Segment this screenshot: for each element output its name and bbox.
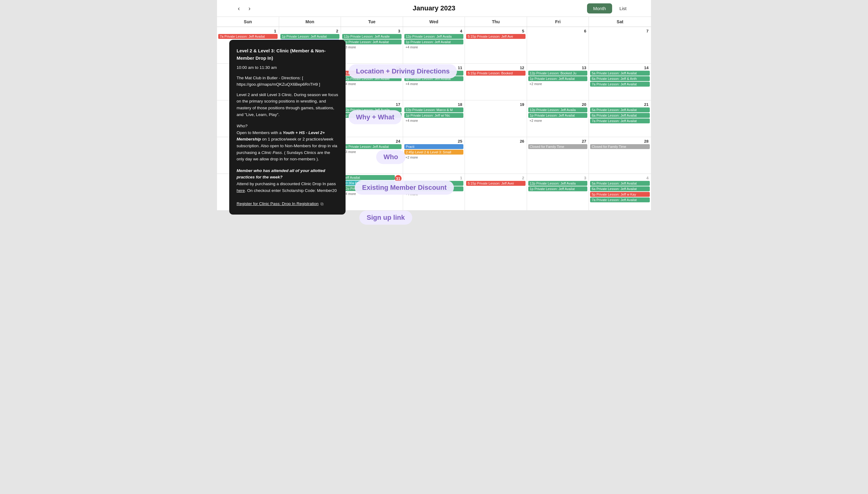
prev-month-button[interactable]: ‹ xyxy=(235,4,243,13)
cell-number-w2-d6: 21 xyxy=(590,101,650,108)
event-w1-d3-1[interactable]: 1p Private Lesson: Jeff Availat xyxy=(404,76,464,81)
event-w1-d6-0[interactable]: 5a Private Lesson: Jeff Availat xyxy=(590,71,650,76)
event-w3-d3-1[interactable]: 2:45p Level 2 & Level 3: Small xyxy=(404,150,464,155)
event-w0-d1-0[interactable]: 1p Private Lesson: Jeff Availat xyxy=(281,34,340,39)
cell-w3-d5[interactable]: 27Closed for Family Time xyxy=(527,137,589,174)
cell-w2-d4[interactable]: 19 xyxy=(465,100,527,137)
cell-number-w1-d3: 11 xyxy=(404,65,464,71)
event-w2-d6-2[interactable]: 7a Private Lesson: Jeff Availat xyxy=(590,118,650,124)
event-w1-d6-1[interactable]: 6a Private Lesson: Jeff & Anth xyxy=(590,76,650,81)
more-link-w4-d2[interactable]: +4 more xyxy=(342,192,402,196)
cell-number-w3-d5: 27 xyxy=(528,138,587,144)
event-w4-d4-0[interactable]: 5:15p Private Lesson: Jeff Avei xyxy=(466,181,525,186)
event-w2-d3-0[interactable]: 12p Private Lesson: Marco & M xyxy=(404,108,464,112)
cell-number-w1-d5: 13 xyxy=(528,65,587,71)
popup-register-link[interactable]: Register for Clinic Pass: Drop In Regist… xyxy=(236,201,319,207)
nav-arrows: ‹ › xyxy=(235,4,253,13)
more-link-w0-d3[interactable]: +4 more xyxy=(404,45,464,49)
next-month-button[interactable]: › xyxy=(246,4,253,13)
event-w2-d6-1[interactable]: 6a Private Lesson: Jeff Availat xyxy=(590,113,650,118)
popup-location: The Mat Club in Butler - Directions: [ h… xyxy=(236,75,338,88)
month-view-button[interactable]: Month xyxy=(587,3,612,14)
event-w2-d3-1[interactable]: 1p Private Lesson: Jeff w/ Nic xyxy=(404,113,464,118)
annotation-signup: Sign up link xyxy=(359,211,412,225)
event-w0-d2-1[interactable]: 1p Private Lesson: Jeff Availat xyxy=(342,39,402,44)
cell-w3-d6[interactable]: 28Closed for Family Time xyxy=(589,137,651,174)
cell-number-w1-d6: 14 xyxy=(590,65,650,71)
cell-w0-d2[interactable]: 312p Private Lesson: Jeff Availe1p Priva… xyxy=(341,27,403,64)
day-wed: Wed xyxy=(403,17,465,26)
event-w4-d5-1[interactable]: 1p Private Lesson: Jeff Availat xyxy=(528,186,587,191)
event-w4-d6-0[interactable]: 5a Private Lesson: Jeff Availat xyxy=(590,181,650,186)
cell-w0-d6[interactable]: 7 xyxy=(589,27,651,64)
event-w4-d5-0[interactable]: 12p Private Lesson: Jeff Availa xyxy=(528,181,587,186)
cell-w2-d3[interactable]: 1812p Private Lesson: Marco & M1p Privat… xyxy=(403,100,465,137)
event-w2-d5-0[interactable]: 12p Private Lesson: Jeff Availa xyxy=(528,108,587,112)
cell-w0-d5[interactable]: 6 xyxy=(527,27,589,64)
cell-w3-d2[interactable]: 241p Private Lesson: Jeff Availat+3 more xyxy=(341,137,403,174)
event-w2-d2-1[interactable]: 1p Private Lesson: Jeff Availat xyxy=(342,113,402,118)
cell-w0-d3[interactable]: 412p Private Lesson: Jeff Availa1p Priva… xyxy=(403,27,465,64)
cell-w3-d4[interactable]: 26 xyxy=(465,137,527,174)
event-w3-d3-0[interactable]: Practi xyxy=(404,144,464,149)
event-w4-d6-3[interactable]: 7a Private Lesson: Jeff Availat xyxy=(590,197,650,202)
more-link-w1-d2[interactable]: +4 more xyxy=(342,82,402,86)
more-link-w1-d5[interactable]: +2 more xyxy=(528,82,587,86)
cell-w1-d2[interactable]: 1011a Private Lesson: Jeff w Ma12p Priva… xyxy=(341,64,403,100)
event-w0-d3-0[interactable]: 12p Private Lesson: Jeff Availa xyxy=(404,34,464,39)
cell-w1-d6[interactable]: 145a Private Lesson: Jeff Availat6a Priv… xyxy=(589,64,651,100)
event-w1-d2-0[interactable]: 11a Private Lesson: Jeff w Ma xyxy=(342,71,402,76)
more-link-w1-d3[interactable]: +4 more xyxy=(404,82,464,86)
popup-who-label: Who? xyxy=(236,123,338,130)
more-link-w4-d3[interactable]: +4 more xyxy=(404,192,464,196)
event-w4-d3-0[interactable]: 12p Private Lesson: Jeff Availa xyxy=(404,181,464,186)
event-w4-d2-0[interactable]: Jeff Availat xyxy=(342,175,395,180)
cell-w1-d3[interactable]: 1112p Private Lesson: Jeff Availa1p Priv… xyxy=(403,64,465,100)
cell-w3-d3[interactable]: 25Practi2:45p Level 2 & Level 3: Small+2… xyxy=(403,137,465,174)
event-w3-d6-0[interactable]: Closed for Family Time xyxy=(590,144,650,149)
event-w1-d2-1[interactable]: 12p Private Lesson: Jeff Availe xyxy=(342,76,402,81)
event-w3-d2-0[interactable]: 1p Private Lesson: Jeff Availat xyxy=(342,144,402,149)
event-w2-d5-1[interactable]: 1p Private Lesson: Jeff Availat xyxy=(528,113,587,118)
event-w0-d2-0[interactable]: 12p Private Lesson: Jeff Availe xyxy=(342,34,402,39)
event-w0-d3-1[interactable]: 1p Private Lesson: Jeff Availat xyxy=(404,39,464,44)
cell-w1-d4[interactable]: 125:15p Private Lesson: Booked xyxy=(465,64,527,100)
event-w1-d4-0[interactable]: 5:15p Private Lesson: Booked xyxy=(466,71,525,76)
more-link-w0-d2[interactable]: +3 more xyxy=(342,45,402,49)
cell-w0-d4[interactable]: 55:15p Private Lesson: Jeff Ave xyxy=(465,27,527,64)
cell-w4-d3[interactable]: 112p Private Lesson: Jeff Availa1p Priva… xyxy=(403,174,465,211)
event-w1-d5-0[interactable]: 12p Private Lesson: Booked Ju xyxy=(528,71,587,76)
event-w1-d6-2[interactable]: 7a Private Lesson: Jeff Availat xyxy=(590,82,650,87)
more-link-w3-d3[interactable]: +2 more xyxy=(404,155,464,159)
cell-number-w4-d2: 31 xyxy=(395,175,402,182)
event-w4-d6-2[interactable]: 5p Private Lesson: Jeff w Kay xyxy=(590,192,650,197)
cell-w2-d2[interactable]: 1712p Private Lesson: Jeff Availe1p Priv… xyxy=(341,100,403,137)
cell-number-w2-d4: 19 xyxy=(466,101,525,108)
more-link-w2-d3[interactable]: +4 more xyxy=(404,118,464,123)
event-w0-d0-0[interactable]: 7a Private Lesson: Jeff Availat xyxy=(218,34,277,39)
cell-number-w2-d5: 20 xyxy=(528,101,587,108)
event-w2-d2-0[interactable]: 12p Private Lesson: Jeff Availe xyxy=(342,108,402,112)
cell-w2-d6[interactable]: 215a Private Lesson: Jeff Availat6a Priv… xyxy=(589,100,651,137)
cell-w4-d5[interactable]: 312p Private Lesson: Jeff Availa1p Priva… xyxy=(527,174,589,211)
event-w1-d5-1[interactable]: 1p Private Lesson: Jeff Availat xyxy=(528,76,587,81)
event-w0-d4-0[interactable]: 5:15p Private Lesson: Jeff Ave xyxy=(466,34,525,39)
event-w4-d2-2[interactable]: 12p Private Lesson: Jeff Availe xyxy=(342,186,402,191)
list-view-button[interactable]: List xyxy=(613,3,633,14)
cell-w4-d2[interactable]: 31Jeff Availat10:30a Private Lesson: Jef… xyxy=(341,174,403,211)
event-w4-d6-1[interactable]: 6a Private Lesson: Jeff Availat xyxy=(590,186,650,191)
more-link-w3-d2[interactable]: +3 more xyxy=(342,150,402,154)
cell-w1-d5[interactable]: 1312p Private Lesson: Booked Ju1p Privat… xyxy=(527,64,589,100)
event-w4-d2-1[interactable]: 10:30a Private Lesson: Jeff w xyxy=(342,180,395,186)
popup-here-link[interactable]: here xyxy=(236,188,245,193)
cell-w4-d4[interactable]: 25:15p Private Lesson: Jeff Avei xyxy=(465,174,527,211)
cell-number-w4-d5: 3 xyxy=(528,175,587,181)
event-w3-d5-0[interactable]: Closed for Family Time xyxy=(528,144,587,149)
cell-number-w3-d3: 25 xyxy=(404,138,464,144)
event-w1-d3-0[interactable]: 12p Private Lesson: Jeff Availa xyxy=(404,71,464,76)
cell-w4-d6[interactable]: 45a Private Lesson: Jeff Availat6a Priva… xyxy=(589,174,651,211)
cell-w2-d5[interactable]: 2012p Private Lesson: Jeff Availa1p Priv… xyxy=(527,100,589,137)
more-link-w2-d5[interactable]: +2 more xyxy=(528,118,587,123)
event-w2-d6-0[interactable]: 5a Private Lesson: Jeff Availat xyxy=(590,108,650,112)
event-w4-d3-1[interactable]: 1p Private Lesson: Jeff w Nick xyxy=(404,186,464,191)
